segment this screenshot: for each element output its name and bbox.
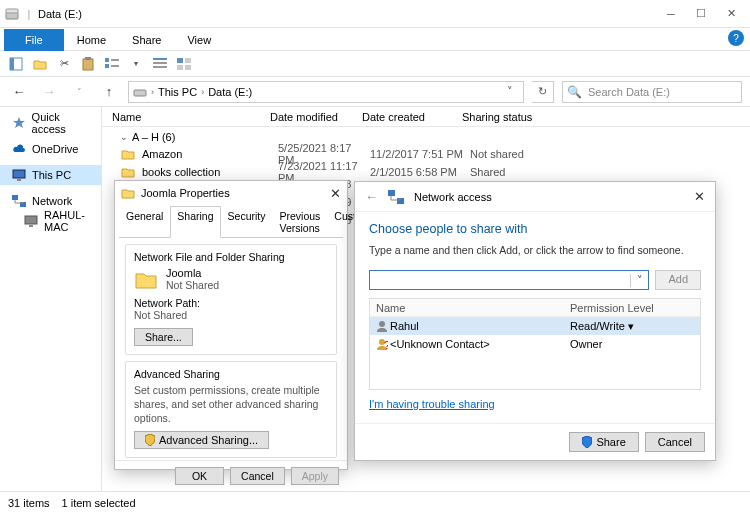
share-button[interactable]: Share... bbox=[134, 328, 193, 346]
close-icon[interactable]: ✕ bbox=[694, 189, 705, 204]
crumb-sep-icon[interactable]: › bbox=[151, 87, 154, 97]
share-header-title: Network access bbox=[414, 191, 492, 203]
table-row[interactable]: Amazon5/25/2021 8:17 PM11/2/2017 7:51 PM… bbox=[102, 145, 750, 163]
search-box[interactable]: 🔍 Search Data (E:) bbox=[562, 81, 742, 103]
col-name[interactable]: Name bbox=[370, 302, 570, 314]
unknown-user-icon: ? bbox=[374, 338, 390, 350]
advanced-sharing-group: Advanced Sharing Set custom permissions,… bbox=[125, 361, 337, 458]
properties-title: Joomla Properties bbox=[141, 187, 230, 199]
qat-view-icon[interactable] bbox=[102, 54, 122, 74]
qat-details-icon[interactable] bbox=[150, 54, 170, 74]
column-headers[interactable]: Name Date modified Date created Sharing … bbox=[102, 107, 750, 127]
svg-rect-18 bbox=[13, 170, 25, 178]
help-icon[interactable]: ? bbox=[728, 30, 744, 46]
qat-nav-pane-icon[interactable] bbox=[6, 54, 26, 74]
ptab-general[interactable]: General bbox=[119, 206, 170, 238]
cancel-button[interactable]: Cancel bbox=[645, 432, 705, 452]
share-name-combo[interactable]: ˅ bbox=[369, 270, 649, 290]
drive-icon bbox=[4, 6, 20, 22]
col-date-created[interactable]: Date created bbox=[362, 111, 462, 123]
search-placeholder: Search Data (E:) bbox=[588, 86, 737, 98]
advanced-sharing-button[interactable]: Advanced Sharing... bbox=[134, 431, 269, 449]
table-row[interactable]: Rahul Read/Write ▾ bbox=[370, 317, 700, 335]
person-perm: Owner bbox=[570, 338, 602, 350]
sidebar-item-quick-access[interactable]: Quick access bbox=[0, 113, 101, 133]
col-name[interactable]: Name bbox=[112, 111, 270, 123]
folder-icon bbox=[134, 270, 158, 290]
svg-text:?: ? bbox=[384, 339, 388, 350]
qat-folder-icon[interactable] bbox=[30, 54, 50, 74]
svg-rect-17 bbox=[134, 90, 146, 96]
ok-button[interactable]: OK bbox=[175, 467, 224, 485]
person-perm[interactable]: Read/Write ▾ bbox=[570, 320, 634, 333]
chevron-down-icon[interactable]: ˅ bbox=[630, 274, 648, 287]
share-name: Joomla bbox=[166, 267, 219, 279]
table-row[interactable]: books collection7/23/2021 11:17 PM2/1/20… bbox=[102, 163, 750, 181]
qat-large-icons-icon[interactable] bbox=[174, 54, 194, 74]
add-button[interactable]: Add bbox=[655, 270, 701, 290]
star-icon bbox=[12, 116, 26, 130]
group-header[interactable]: ⌄ A – H (6) bbox=[102, 127, 750, 145]
qat-dropdown-icon[interactable]: ▾ bbox=[126, 54, 146, 74]
share-name-input[interactable] bbox=[370, 271, 630, 289]
ptab-sharing[interactable]: Sharing bbox=[170, 206, 220, 238]
svg-rect-20 bbox=[12, 195, 18, 200]
shield-icon bbox=[582, 436, 592, 448]
person-name: Rahul bbox=[390, 320, 570, 332]
group-text: Set custom permissions, create multiple … bbox=[134, 384, 328, 425]
col-sharing-status[interactable]: Sharing status bbox=[462, 111, 750, 123]
col-date-modified[interactable]: Date modified bbox=[270, 111, 362, 123]
ptab-security[interactable]: Security bbox=[221, 206, 273, 238]
network-access-dialog: ← Network access ✕ Choose people to shar… bbox=[354, 181, 716, 461]
tab-share[interactable]: Share bbox=[119, 29, 174, 51]
close-icon[interactable]: ✕ bbox=[330, 186, 341, 201]
properties-tabs: General Sharing Security Previous Versio… bbox=[119, 205, 343, 238]
sidebar-item-rahul-mac[interactable]: RAHUL-MAC bbox=[0, 211, 101, 231]
up-button[interactable]: ↑ bbox=[98, 81, 120, 103]
back-button[interactable]: ← bbox=[8, 81, 30, 103]
trouble-sharing-link[interactable]: I'm having trouble sharing bbox=[369, 398, 495, 410]
close-button[interactable]: ✕ bbox=[716, 3, 746, 25]
qat-paste-icon[interactable] bbox=[78, 54, 98, 74]
sidebar-item-label: OneDrive bbox=[32, 143, 78, 155]
refresh-button[interactable]: ↻ bbox=[532, 81, 554, 103]
properties-titlebar[interactable]: Joomla Properties ✕ bbox=[115, 181, 347, 205]
apply-button[interactable]: Apply bbox=[291, 467, 339, 485]
sidebar-item-onedrive[interactable]: OneDrive bbox=[0, 139, 101, 159]
sidebar-item-network[interactable]: Network bbox=[0, 191, 101, 211]
minimize-button[interactable]: ─ bbox=[656, 3, 686, 25]
crumb-sep-icon[interactable]: › bbox=[201, 87, 204, 97]
sidebar-item-this-pc[interactable]: This PC bbox=[0, 165, 101, 185]
qat-cut-icon[interactable]: ✂ bbox=[54, 54, 74, 74]
svg-rect-24 bbox=[388, 190, 395, 196]
share-button[interactable]: Share bbox=[569, 432, 638, 452]
chevron-down-icon: ⌄ bbox=[120, 132, 128, 142]
tab-file[interactable]: File bbox=[4, 29, 64, 51]
crumb-this-pc[interactable]: This PC bbox=[158, 86, 197, 98]
svg-rect-8 bbox=[105, 64, 109, 68]
col-permission[interactable]: Permission Level bbox=[570, 302, 654, 314]
svg-rect-9 bbox=[111, 65, 119, 67]
folder-icon bbox=[121, 188, 135, 199]
address-bar[interactable]: › This PC › Data (E:) ˅ bbox=[128, 81, 524, 103]
svg-rect-1 bbox=[6, 9, 18, 13]
svg-rect-5 bbox=[85, 57, 91, 60]
folder-icon bbox=[120, 147, 136, 161]
cancel-button[interactable]: Cancel bbox=[230, 467, 285, 485]
share-heading: Choose people to share with bbox=[369, 222, 701, 236]
svg-rect-7 bbox=[111, 59, 119, 61]
forward-button[interactable]: → bbox=[38, 81, 60, 103]
crumb-data-e[interactable]: Data (E:) bbox=[208, 86, 252, 98]
nav-pane: Quick access OneDrive This PC Network RA… bbox=[0, 107, 102, 509]
address-dropdown-icon[interactable]: ˅ bbox=[501, 85, 519, 98]
back-icon[interactable]: ← bbox=[365, 189, 378, 204]
svg-rect-13 bbox=[177, 58, 183, 63]
recent-dropdown[interactable]: ˅ bbox=[68, 81, 90, 103]
maximize-button[interactable]: ☐ bbox=[686, 3, 716, 25]
table-row[interactable]: ? <Unknown Contact> Owner bbox=[370, 335, 700, 353]
tab-home[interactable]: Home bbox=[64, 29, 119, 51]
ptab-previous-versions[interactable]: Previous Versions bbox=[273, 206, 328, 238]
user-icon bbox=[374, 320, 390, 332]
file-name: Amazon bbox=[142, 148, 278, 160]
tab-view[interactable]: View bbox=[174, 29, 224, 51]
